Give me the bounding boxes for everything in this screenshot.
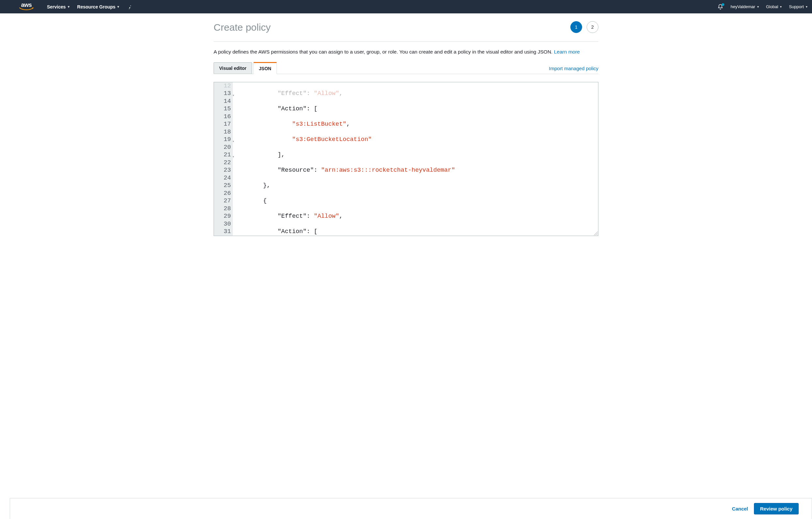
nav-services-label: Services (47, 4, 66, 9)
nav-support[interactable]: Support ▾ (789, 4, 807, 9)
nav-resource-groups[interactable]: Resource Groups ▾ (77, 4, 119, 9)
policy-description-text: A policy defines the AWS permissions tha… (213, 49, 554, 55)
line-number: 13 (217, 90, 231, 98)
nav-services[interactable]: Services ▾ (47, 4, 69, 9)
line-number: 14 (217, 98, 231, 105)
svg-line-2 (597, 235, 598, 235)
json-editor[interactable]: 12 13 14 15 16 17 18 19 20 21 22 23 24 2… (213, 82, 599, 236)
learn-more-link[interactable]: Learn more (554, 49, 580, 55)
tab-json[interactable]: JSON (253, 62, 277, 74)
line-number: 26 (217, 190, 231, 197)
aws-logo-text: aws (21, 3, 32, 7)
line-number: 23 (217, 166, 231, 174)
chevron-down-icon: ▾ (117, 5, 119, 8)
notifications-button[interactable] (718, 4, 723, 10)
line-number: 18 (217, 128, 231, 136)
line-number: 25 (217, 182, 231, 190)
aws-logo[interactable]: aws (19, 3, 34, 11)
line-number: 15 (217, 105, 231, 113)
nav-account[interactable]: heyValdemar ▾ (730, 4, 759, 9)
line-number: 12 (217, 82, 231, 90)
line-number: 19 (217, 136, 231, 144)
line-number: 29 (217, 213, 231, 220)
notification-dot (722, 3, 724, 6)
tab-visual-editor[interactable]: Visual editor (213, 62, 252, 74)
line-number: 20 (217, 144, 231, 152)
chevron-down-icon: ▾ (757, 5, 759, 8)
line-number: 17 (217, 120, 231, 128)
resize-handle-icon[interactable] (593, 231, 598, 235)
line-number: 28 (217, 205, 231, 213)
line-number: 30 (217, 220, 231, 228)
page-title: Create policy (213, 22, 599, 33)
line-number: 24 (217, 174, 231, 182)
wizard-step-2[interactable]: 2 (587, 21, 599, 33)
nav-region[interactable]: Global ▾ (766, 4, 782, 9)
nav-region-label: Global (766, 4, 778, 9)
line-number: 27 (217, 197, 231, 205)
chevron-down-icon: ▾ (68, 5, 69, 8)
pin-icon[interactable] (127, 4, 132, 9)
line-number: 22 (217, 159, 231, 167)
divider (213, 42, 599, 42)
chevron-down-icon: ▾ (780, 5, 782, 8)
nav-support-label: Support (789, 4, 804, 9)
editor-code[interactable]: "Effect": "Allow", "Action": [ "s3:ListB… (233, 82, 598, 236)
line-number: 16 (217, 113, 231, 121)
nav-resource-groups-label: Resource Groups (77, 4, 115, 9)
aws-smile-icon (19, 7, 34, 11)
chevron-down-icon: ▾ (806, 5, 807, 8)
policy-description: A policy defines the AWS permissions tha… (213, 48, 599, 55)
wizard-step-1[interactable]: 1 (570, 21, 582, 33)
nav-account-label: heyValdemar (730, 4, 755, 9)
nav-right: heyValdemar ▾ Global ▾ Support ▾ (718, 4, 807, 10)
editor-gutter: 12 13 14 15 16 17 18 19 20 21 22 23 24 2… (214, 82, 233, 236)
import-managed-policy-link[interactable]: Import managed policy (549, 65, 599, 74)
top-nav: aws Services ▾ Resource Groups ▾ heyVald… (0, 0, 812, 13)
editor-tabs: Visual editor JSON Import managed policy (213, 62, 599, 74)
line-number: 21 (217, 151, 231, 159)
wizard-steps: 1 2 (570, 21, 599, 33)
line-number: 31 (217, 228, 231, 236)
